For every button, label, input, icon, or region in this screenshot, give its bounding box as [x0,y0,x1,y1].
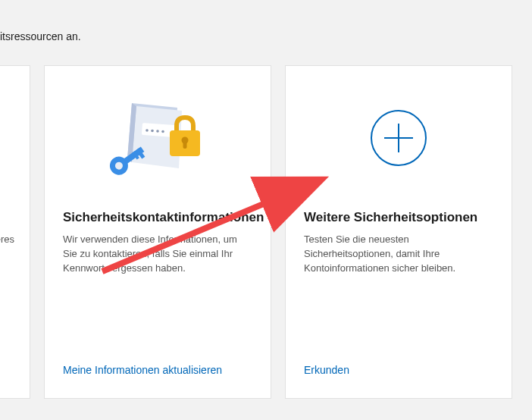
update-info-link[interactable]: Meine Informationen aktualisieren [63,364,222,376]
card-more-security-options: Weitere Sicherheitsoptionen Testen Sie d… [285,65,512,399]
card-partial-title [0,210,14,225]
notebook-key-lock-icon [105,92,211,183]
svg-rect-12 [183,141,187,149]
security-contact-illustration [45,66,271,210]
cards-row: keres [0,65,512,399]
more-options-desc: Testen Sie die neuesten Sicherheitsoptio… [304,233,493,276]
card-security-contact: Sicherheitskontaktinformationen Wir verw… [44,65,271,399]
explore-link[interactable]: Erkunden [304,364,349,376]
svg-point-4 [161,130,164,133]
svg-point-2 [151,130,154,133]
more-options-illustration [286,66,512,210]
page-intro-fragment: itsressourcen an. [0,30,81,42]
plus-circle-icon [365,104,433,172]
card-partial-desc: keres [0,233,14,247]
more-options-title: Weitere Sicherheitsoptionen [304,210,493,225]
security-contact-title: Sicherheitskontaktinformationen [63,210,252,225]
card-partial-left: keres [0,65,30,399]
svg-point-3 [156,130,159,133]
svg-point-1 [146,129,149,132]
card-partial-illustration [0,66,30,210]
security-contact-desc: Wir verwenden diese Informationen, um Si… [63,233,252,276]
